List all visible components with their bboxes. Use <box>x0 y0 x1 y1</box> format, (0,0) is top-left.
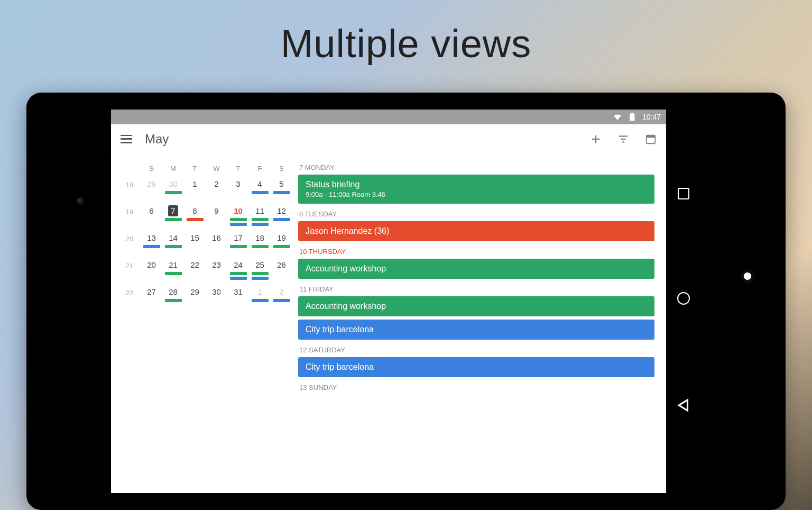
bezel-left <box>26 93 111 510</box>
calendar-day[interactable]: 15 <box>184 231 206 243</box>
dow-cell: M <box>162 165 184 172</box>
calendar-day[interactable]: 14 <box>162 231 184 248</box>
calendar-day[interactable]: 10 <box>227 204 249 226</box>
calendar-day[interactable]: 17 <box>227 231 249 248</box>
calendar-day[interactable]: 22 <box>184 258 206 270</box>
event-title: Status briefing <box>306 180 647 189</box>
calendar-day[interactable]: 20 <box>141 258 162 270</box>
tablet-frame: 10:47 May <box>26 93 786 510</box>
home-button[interactable] <box>677 292 690 305</box>
day-number: 30 <box>209 286 224 297</box>
day-number: 11 <box>253 205 267 216</box>
agenda-event[interactable]: Accounting workshop <box>298 296 654 316</box>
calendar-day[interactable]: 2 <box>271 285 292 302</box>
day-number: 1 <box>255 286 264 297</box>
calendar-pane: SMTWTFS 18293012345196789101112201314151… <box>111 154 296 493</box>
status-bar: 10:47 <box>111 110 666 124</box>
brand-dot <box>744 272 751 280</box>
calendar-day[interactable]: 16 <box>206 231 227 243</box>
calendar-day[interactable]: 30 <box>162 177 184 194</box>
agenda-day-header: 11 FRIDAY <box>298 285 654 293</box>
agenda-event[interactable]: City trip barcelona <box>298 357 654 377</box>
app-toolbar: May <box>111 124 666 154</box>
day-number: 22 <box>188 259 202 270</box>
event-bar <box>252 223 269 226</box>
month-title[interactable]: May <box>145 132 577 147</box>
calendar-day[interactable]: 29 <box>141 177 162 189</box>
back-button[interactable] <box>676 397 691 415</box>
calendar-day[interactable]: 13 <box>141 231 162 248</box>
calendar-week: 2013141516171819 <box>118 231 296 258</box>
event-bar <box>165 272 182 275</box>
day-number: 10 <box>231 205 245 216</box>
calendar-day[interactable]: 23 <box>206 258 227 270</box>
calendar-day[interactable]: 8 <box>184 204 206 221</box>
event-bar <box>273 299 290 302</box>
event-bar <box>273 245 290 248</box>
calendar-day[interactable]: 28 <box>162 285 184 302</box>
front-camera <box>77 197 84 205</box>
calendar-day[interactable]: 3 <box>227 177 249 189</box>
svg-rect-8 <box>647 135 656 138</box>
calendar-day[interactable]: 29 <box>184 285 206 297</box>
calendar-day[interactable]: 24 <box>227 258 249 280</box>
calendar-day[interactable]: 30 <box>206 285 227 297</box>
dow-cell: T <box>227 165 249 172</box>
calendar-day[interactable]: 18 <box>249 231 271 248</box>
calendar-day[interactable]: 26 <box>271 258 292 270</box>
calendar-day[interactable]: 2 <box>206 177 227 189</box>
promo-stage: Multiple views 10:47 May <box>0 0 812 510</box>
event-bar <box>252 272 269 275</box>
svg-marker-9 <box>679 400 687 411</box>
add-icon[interactable] <box>590 133 602 145</box>
event-bar <box>273 191 290 194</box>
content-area: SMTWTFS 18293012345196789101112201314151… <box>111 154 666 493</box>
day-number: 30 <box>166 178 180 189</box>
wifi-icon <box>613 112 622 122</box>
calendar-day[interactable]: 1 <box>249 285 271 302</box>
agenda-event[interactable]: City trip barcelona <box>298 320 654 340</box>
day-number: 4 <box>255 178 264 189</box>
calendar-day[interactable]: 27 <box>141 285 162 297</box>
menu-icon[interactable] <box>121 135 132 143</box>
calendar-day[interactable]: 25 <box>249 258 271 280</box>
recents-button[interactable] <box>678 188 689 199</box>
calendar-day[interactable]: 11 <box>249 204 271 226</box>
week-number: 18 <box>118 177 141 189</box>
calendar-day[interactable]: 1 <box>184 177 206 189</box>
calendar-day[interactable]: 21 <box>162 258 184 275</box>
calendar-day[interactable]: 31 <box>227 285 249 297</box>
day-number: 18 <box>253 232 267 243</box>
event-bar <box>230 218 247 221</box>
calendar-week: 196789101112 <box>118 204 296 231</box>
event-bar <box>230 277 247 280</box>
day-number: 17 <box>231 232 245 243</box>
event-bar <box>165 191 182 194</box>
calendar-day[interactable]: 9 <box>206 204 227 216</box>
day-number: 31 <box>231 286 245 297</box>
calendar-day[interactable]: 12 <box>271 204 292 221</box>
calendar-day[interactable]: 7 <box>162 204 184 221</box>
calendar-day[interactable]: 19 <box>271 231 292 248</box>
day-number: 13 <box>144 232 159 243</box>
agenda-day-header: 12 SATURDAY <box>298 346 654 354</box>
calendar-day[interactable]: 5 <box>271 177 292 194</box>
battery-icon <box>628 112 637 122</box>
calendar-day[interactable]: 6 <box>141 204 162 216</box>
today-icon[interactable] <box>645 133 657 145</box>
event-bar <box>165 299 182 302</box>
agenda-event[interactable]: Accounting workshop <box>298 259 654 279</box>
day-number: 2 <box>276 286 286 297</box>
event-bar <box>187 218 204 221</box>
agenda-pane[interactable]: 7 MONDAYStatus briefing9:00a - 11:00a Ro… <box>296 154 666 493</box>
day-number: 24 <box>231 259 245 270</box>
day-number: 3 <box>233 178 243 189</box>
day-number: 20 <box>144 259 159 270</box>
day-number: 6 <box>146 205 156 216</box>
agenda-event[interactable]: Jason Hernandez (36) <box>298 221 654 241</box>
agenda-day-header: 7 MONDAY <box>298 163 654 171</box>
filter-icon[interactable] <box>617 133 629 145</box>
agenda-event[interactable]: Status briefing9:00a - 11:00a Room 3.46 <box>298 175 654 204</box>
event-title: Accounting workshop <box>306 302 647 311</box>
calendar-day[interactable]: 4 <box>249 177 271 194</box>
